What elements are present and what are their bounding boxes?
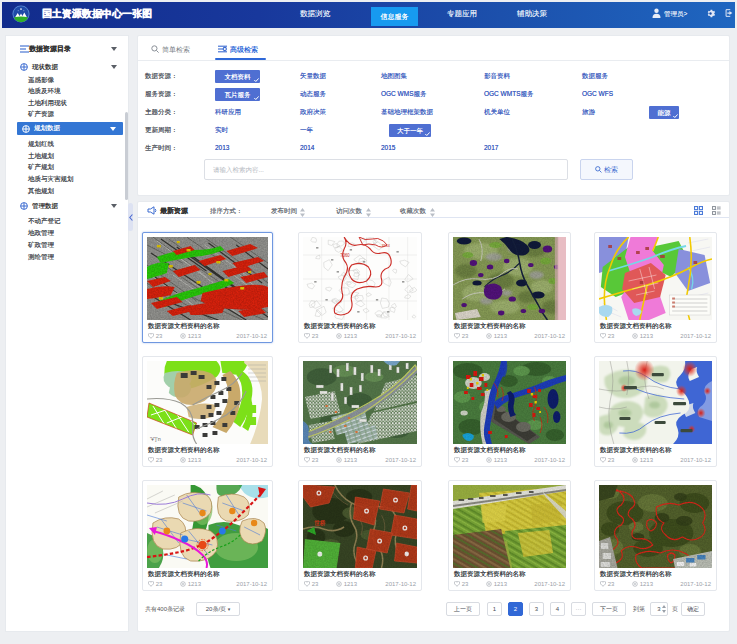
svg-text:7864: 7864 bbox=[381, 243, 390, 248]
svg-text:'¥']'n: '¥']'n bbox=[150, 436, 161, 442]
svg-text:7060: 7060 bbox=[340, 253, 350, 258]
